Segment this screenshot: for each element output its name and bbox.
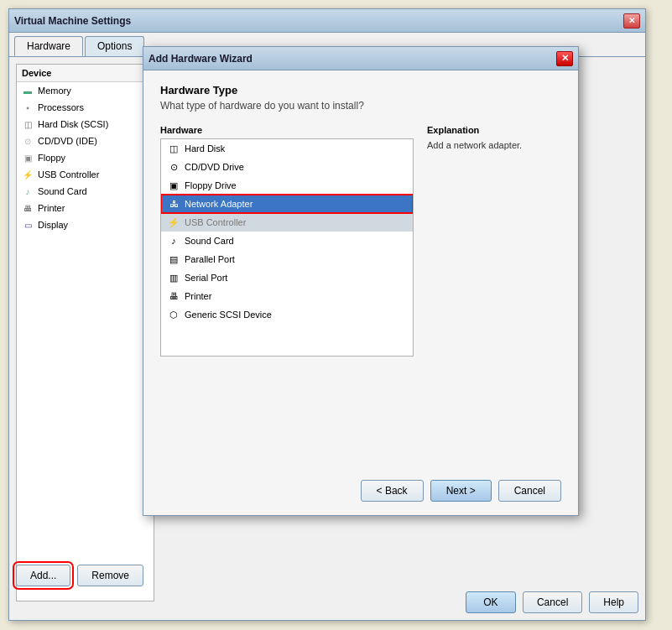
explanation-label: Explanation	[427, 125, 561, 135]
dialog-close-button[interactable]: ✕	[556, 51, 573, 66]
hw-item-floppy[interactable]: ▣ Floppy Drive	[161, 176, 413, 195]
dialog-cancel-button[interactable]: Cancel	[498, 480, 561, 502]
dialog-columns: Hardware ◫ Hard Disk ⊙ CD/DVD Drive ▣ Fl…	[160, 125, 561, 466]
dialog-body: Hardware Type What type of hardware do y…	[143, 70, 578, 515]
device-label-dvd: CD/DVD (IDE)	[38, 136, 97, 146]
sound-icon: ♪	[22, 185, 34, 197]
device-item-dvd[interactable]: ⊙ CD/DVD (IDE)	[17, 133, 154, 149]
device-item-floppy[interactable]: ▣ Floppy	[17, 149, 154, 166]
dialog-buttons: < Back Next > Cancel	[160, 480, 561, 502]
harddisk-icon: ◫	[22, 118, 34, 130]
tab-hardware[interactable]: Hardware	[14, 36, 83, 56]
hw-item-scsi[interactable]: ⬡ Generic SCSI Device	[161, 305, 413, 324]
hw-label-parallel: Parallel Port	[185, 254, 235, 264]
main-close-button[interactable]: ✕	[623, 13, 640, 29]
device-label-memory: Memory	[38, 86, 71, 96]
device-item-printer[interactable]: 🖶 Printer	[17, 200, 154, 216]
hw-label-floppy: Floppy Drive	[185, 180, 237, 190]
hardware-list: ◫ Hard Disk ⊙ CD/DVD Drive ▣ Floppy Driv…	[160, 138, 414, 357]
hw-sound-icon: ♪	[168, 235, 180, 247]
usb-icon: ⚡	[22, 169, 34, 180]
device-item-memory[interactable]: ▬ Memory	[17, 82, 154, 99]
hw-printer-icon: 🖶	[168, 290, 180, 302]
ok-button[interactable]: OK	[466, 591, 516, 613]
dialog-section-title: Hardware Type	[160, 84, 561, 96]
hw-item-network[interactable]: 🖧 Network Adapter	[161, 195, 413, 213]
hw-dvd-icon: ⊙	[168, 161, 180, 173]
hw-label-sound: Sound Card	[185, 236, 234, 246]
hw-item-serial[interactable]: ▥ Serial Port	[161, 268, 413, 287]
add-button[interactable]: Add...	[16, 565, 70, 586]
next-button[interactable]: Next >	[430, 480, 492, 502]
hw-harddisk-icon: ◫	[168, 143, 180, 154]
device-item-usb[interactable]: ⚡ USB Controller	[17, 166, 154, 183]
bottom-bar: OK Cancel Help	[466, 591, 638, 613]
device-panel-header: Device	[17, 65, 154, 82]
hw-item-printer[interactable]: 🖶 Printer	[161, 287, 413, 305]
hw-label-scsi: Generic SCSI Device	[185, 310, 272, 320]
hw-label-dvd: CD/DVD Drive	[185, 162, 244, 172]
device-item-sound[interactable]: ♪ Sound Card	[17, 183, 154, 200]
hw-item-sound[interactable]: ♪ Sound Card	[161, 232, 413, 250]
remove-button[interactable]: Remove	[77, 565, 143, 586]
device-label-processors: Processors	[38, 102, 84, 112]
device-label-harddisk: Hard Disk (SCSI)	[38, 119, 108, 129]
device-panel: Device ▬ Memory ▪ Processors ◫ Hard Disk…	[16, 64, 154, 601]
hw-label-harddisk: Hard Disk	[185, 143, 225, 154]
hw-network-icon: 🖧	[168, 198, 180, 210]
hw-item-harddisk[interactable]: ◫ Hard Disk	[161, 139, 413, 158]
hw-scsi-icon: ⬡	[168, 309, 180, 320]
hw-floppy-icon: ▣	[168, 180, 180, 191]
main-action-buttons: Add... Remove	[16, 565, 143, 586]
memory-icon: ▬	[22, 85, 34, 96]
device-item-harddisk[interactable]: ◫ Hard Disk (SCSI)	[17, 116, 154, 133]
dialog-subtitle: What type of hardware do you want to ins…	[160, 100, 561, 112]
back-button[interactable]: < Back	[361, 480, 424, 502]
device-label-floppy: Floppy	[38, 153, 65, 163]
device-label-sound: Sound Card	[38, 186, 87, 196]
hw-item-usb[interactable]: ⚡ USB Controller	[161, 213, 413, 232]
hardware-list-label: Hardware	[160, 125, 414, 135]
hw-label-usb: USB Controller	[185, 217, 246, 227]
device-label-usb: USB Controller	[38, 169, 99, 180]
tab-options[interactable]: Options	[85, 36, 144, 56]
cancel-main-button[interactable]: Cancel	[523, 591, 582, 613]
processors-icon: ▪	[22, 102, 34, 113]
dialog-title: Add Hardware Wizard	[148, 53, 253, 65]
device-item-processors[interactable]: ▪ Processors	[17, 99, 154, 116]
floppy-icon: ▣	[22, 152, 34, 164]
main-window-title: Virtual Machine Settings	[14, 15, 131, 27]
hw-serial-icon: ▥	[168, 272, 180, 284]
hw-parallel-icon: ▤	[168, 253, 180, 265]
display-icon: ▭	[22, 219, 34, 231]
explanation-panel: Explanation Add a network adapter.	[427, 125, 561, 466]
dvd-icon: ⊙	[22, 135, 34, 147]
device-label-printer: Printer	[38, 203, 65, 213]
hardware-list-container: Hardware ◫ Hard Disk ⊙ CD/DVD Drive ▣ Fl…	[160, 125, 414, 466]
dialog-titlebar: Add Hardware Wizard ✕	[143, 47, 578, 70]
explanation-text: Add a network adapter.	[427, 140, 561, 150]
hw-item-dvd[interactable]: ⊙ CD/DVD Drive	[161, 158, 413, 176]
main-titlebar: Virtual Machine Settings ✕	[9, 9, 645, 33]
help-button[interactable]: Help	[589, 591, 638, 613]
hw-label-printer: Printer	[185, 291, 211, 301]
hw-label-network: Network Adapter	[185, 199, 253, 209]
printer-icon: 🖶	[22, 202, 34, 214]
hw-item-parallel[interactable]: ▤ Parallel Port	[161, 250, 413, 268]
hw-label-serial: Serial Port	[185, 273, 227, 283]
add-hardware-dialog: Add Hardware Wizard ✕ Hardware Type What…	[143, 46, 579, 516]
hw-usb-icon: ⚡	[168, 216, 180, 228]
device-item-display[interactable]: ▭ Display	[17, 216, 154, 233]
device-label-display: Display	[38, 220, 68, 230]
